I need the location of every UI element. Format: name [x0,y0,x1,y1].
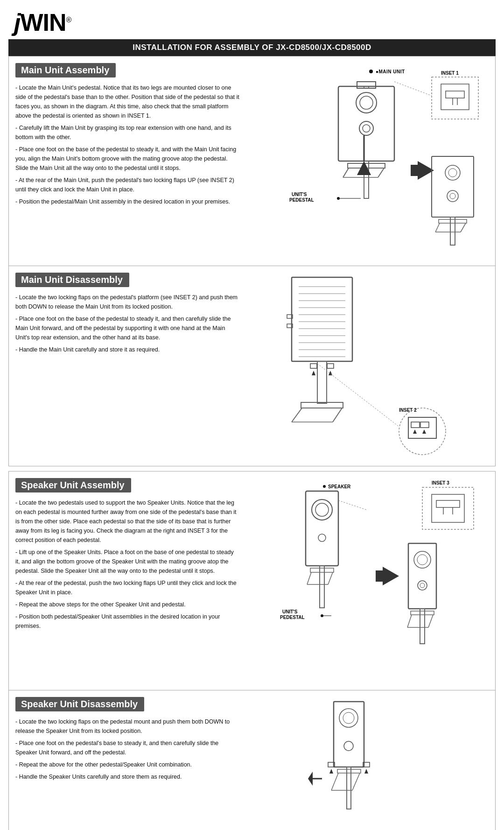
speaker-disassembly-1: - Locate the two locking flaps on the pe… [15,717,239,736]
svg-point-82 [321,614,323,617]
units-pedestal-label2: PEDESTAL [289,197,314,203]
logo-j: j [14,9,20,36]
svg-line-106 [331,773,338,790]
lower-content-box: Speaker Unit Assembly - Locate the two p… [8,471,496,830]
svg-marker-64 [422,429,426,434]
speaker-instruction-4: - Repeat the above steps for the other S… [15,600,239,609]
speaker-instruction-2: - Lift up one of the Speaker Units. Plac… [15,548,239,576]
svg-rect-1 [338,86,394,161]
svg-line-71 [338,500,366,510]
svg-point-70 [318,534,326,542]
svg-rect-73 [432,494,464,522]
svg-line-12 [378,168,384,177]
svg-rect-92 [411,611,434,615]
speaker-disassembly-text: Speaker Unit Disassembly - Locate the tw… [15,697,244,830]
speaker-units-pedestal: UNIT'S [282,609,298,614]
speaker-disassembly-4: - Handle the Speaker Units carefully and… [15,772,239,781]
svg-line-56 [292,408,302,422]
main-disassembly-text: Main Unit Disassembly - Locate the two l… [15,273,244,459]
svg-point-87 [414,551,431,568]
svg-marker-102 [329,769,333,774]
main-assembly-section: Main Unit Assembly - Locate the Main Uni… [9,56,495,266]
svg-rect-19 [411,165,419,176]
speaker-assembly-section: Speaker Unit Assembly - Locate the two p… [9,471,495,690]
svg-rect-22 [446,91,464,98]
instruction-1: - Locate the Main Unit's pedestal. Notic… [15,83,239,120]
svg-marker-84 [383,567,399,585]
svg-line-57 [333,408,342,422]
speaker-assembly-title: Speaker Unit Assembly [15,478,131,492]
speaker-assembly-text: Speaker Unit Assembly - Locate the two p… [15,478,244,683]
speaker-assembly-diagram: SPEAKER INSET 3 [244,478,489,683]
speaker-assembly-svg: SPEAKER INSET 3 [245,478,488,683]
svg-point-4 [359,121,373,135]
logo-area: jWIN® [0,0,504,39]
svg-line-33 [435,223,440,232]
svg-line-79 [307,572,311,584]
svg-point-16 [337,197,340,200]
svg-rect-96 [334,702,364,767]
svg-point-66 [323,485,326,488]
main-content-box: Main Unit Assembly - Locate the Main Uni… [8,56,496,466]
svg-rect-52 [327,364,334,368]
speaker-disassembly-section: Speaker Unit Disassembly - Locate the tw… [9,690,495,830]
svg-point-0 [369,70,373,73]
main-assembly-diagram: ●MAIN UNIT [244,63,489,259]
speaker-instruction-3: - At the rear of the pedestal, push the … [15,578,239,597]
svg-line-93 [407,615,412,627]
svg-rect-72 [422,487,474,529]
units-pedestal-label: UNIT'S [292,192,307,197]
svg-rect-50 [317,361,327,403]
speaker-assembly-instructions: - Locate the two pedestals used to suppo… [15,498,239,631]
svg-rect-36 [292,277,352,361]
speaker-disassembly-svg [245,697,488,830]
svg-point-59 [399,408,446,455]
svg-line-25 [394,82,432,96]
svg-rect-91 [420,609,425,644]
speaker-disassembly-diagram [244,697,489,830]
inset3-label: INSET 3 [432,480,449,485]
instruction-4: - At the rear of the Main Unit, push the… [15,176,239,194]
svg-rect-78 [310,568,334,572]
svg-point-2 [356,92,377,113]
svg-rect-21 [441,84,469,110]
svg-point-90 [420,583,425,588]
page: jWIN® INSTALLATION FOR ASSEMBLY OF JX-CD… [0,0,504,830]
svg-rect-32 [439,219,467,223]
main-assembly-instructions: - Locate the Main Unit's pedestal. Notic… [15,83,239,206]
svg-line-11 [343,168,349,177]
svg-rect-61 [411,422,420,428]
svg-rect-6 [357,82,376,88]
svg-point-3 [360,96,373,109]
disassembly-instruction-1: - Locate the two locking flaps on the pe… [15,293,239,311]
svg-point-99 [344,741,353,751]
main-assembly-text: Main Unit Assembly - Locate the Main Uni… [15,63,244,259]
main-disassembly-instructions: - Locate the two locking flaps on the pe… [15,293,239,354]
banner-text: INSTALLATION FOR ASSEMBLY OF JX-CD8500/J… [133,43,371,52]
speaker-disassembly-3: - Repeat the above for the other pedesta… [15,760,239,769]
svg-point-29 [447,190,458,202]
main-assembly-title: Main Unit Assembly [15,63,116,77]
disassembly-instruction-2: - Place one foot on the base of the pede… [15,314,239,342]
speaker-disassembly-title: Speaker Unit Disassembly [15,697,144,711]
svg-point-97 [339,709,358,727]
svg-rect-86 [408,543,436,609]
speaker-instruction-1: - Locate the two pedestals used to suppo… [15,498,239,545]
svg-rect-51 [310,364,317,368]
speaker-disassembly-instructions: - Locate the two locking flaps on the pe… [15,717,239,781]
svg-line-80 [328,572,333,584]
svg-point-30 [450,193,455,199]
installation-banner: INSTALLATION FOR ASSEMBLY OF JX-CD8500/J… [8,39,496,56]
svg-point-28 [448,169,457,177]
speaker-disassembly-2: - Place one foot on the pedestal's base … [15,739,239,757]
svg-rect-85 [376,570,384,582]
svg-marker-103 [364,769,368,774]
main-assembly-svg: ●MAIN UNIT [245,63,488,259]
instruction-3: - Place one foot on the base of the pede… [15,145,239,173]
svg-point-98 [343,712,354,724]
svg-point-5 [363,125,370,132]
main-disassembly-title: Main Unit Disassembly [15,273,129,287]
speaker-instruction-5: - Position both pedestal/Speaker Unit as… [15,612,239,631]
svg-point-89 [418,581,427,590]
instruction-2: - Carefully lift the Main Unit by graspi… [15,123,239,142]
